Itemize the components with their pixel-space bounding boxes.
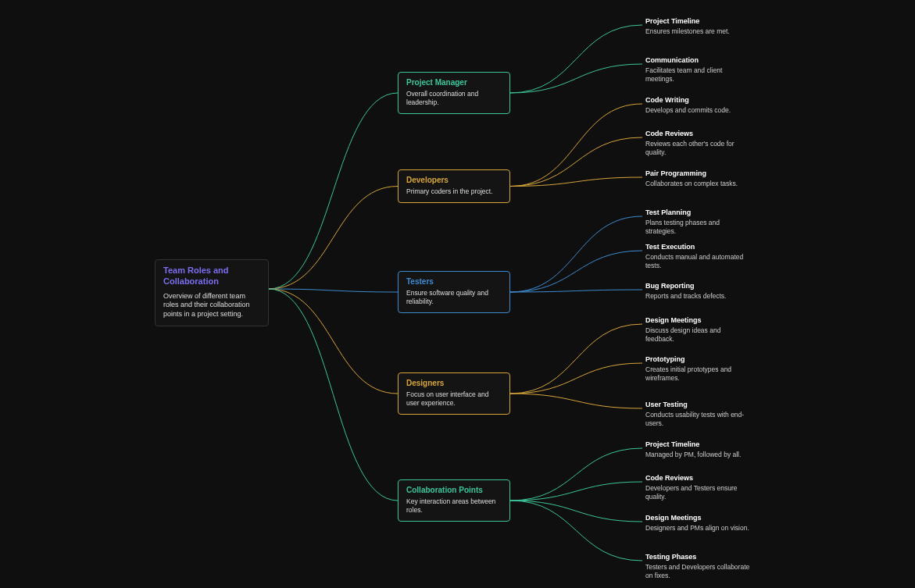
branch-desc: Focus on user interface and user experie… xyxy=(406,390,502,408)
mindmap-canvas[interactable]: Team Roles and Collaboration Overview of… xyxy=(0,0,915,588)
leaf-title: Design Meetings xyxy=(645,316,750,324)
leaf-node[interactable]: Project Timeline Managed by PM, followed… xyxy=(645,440,750,459)
leaf-title: Code Reviews xyxy=(645,474,750,482)
leaf-desc: Collaborates on complex tasks. xyxy=(645,180,750,188)
leaf-title: Testing Phases xyxy=(645,553,750,561)
leaf-node[interactable]: Design Meetings Discuss design ideas and… xyxy=(645,316,750,344)
leaf-title: Test Planning xyxy=(645,208,750,216)
leaf-desc: Developers and Testers ensure quality. xyxy=(645,484,750,501)
leaf-desc: Conducts manual and automated tests. xyxy=(645,253,750,270)
leaf-desc: Creates initial prototypes and wireframe… xyxy=(645,365,750,383)
leaf-title: Pair Programming xyxy=(645,169,750,177)
leaf-node[interactable]: Project Timeline Ensures milestones are … xyxy=(645,17,750,36)
leaf-title: Project Timeline xyxy=(645,440,750,448)
root-node[interactable]: Team Roles and Collaboration Overview of… xyxy=(155,259,269,326)
leaf-desc: Managed by PM, followed by all. xyxy=(645,451,750,459)
branch-title: Developers xyxy=(406,176,502,184)
leaf-title: Test Execution xyxy=(645,243,750,251)
branch-title: Designers xyxy=(406,379,502,387)
leaf-node[interactable]: Test Execution Conducts manual and autom… xyxy=(645,243,750,270)
leaf-desc: Reports and tracks defects. xyxy=(645,292,750,301)
root-title: Team Roles and Collaboration xyxy=(163,265,260,287)
branch-desc: Overall coordination and leadership. xyxy=(406,90,502,107)
branch-node[interactable]: Project Manager Overall coordination and… xyxy=(398,72,510,114)
leaf-title: Prototyping xyxy=(645,355,750,363)
branch-desc: Ensure software quality and reliability. xyxy=(406,289,502,306)
branch-node[interactable]: Collaboration Points Key interaction are… xyxy=(398,479,510,522)
root-desc: Overview of different team roles and the… xyxy=(163,292,260,319)
leaf-node[interactable]: Test Planning Plans testing phases and s… xyxy=(645,208,750,236)
leaf-title: Design Meetings xyxy=(645,514,750,522)
leaf-node[interactable]: Design Meetings Designers and PMs align … xyxy=(645,514,750,533)
leaf-desc: Facilitates team and client meetings. xyxy=(645,66,750,84)
branch-title: Project Manager xyxy=(406,78,502,87)
leaf-node[interactable]: Code Reviews Reviews each other's code f… xyxy=(645,130,750,157)
leaf-node[interactable]: Prototyping Creates initial prototypes a… xyxy=(645,355,750,383)
leaf-node[interactable]: Communication Facilitates team and clien… xyxy=(645,56,750,84)
leaf-desc: Ensures milestones are met. xyxy=(645,27,750,36)
leaf-title: Communication xyxy=(645,56,750,64)
leaf-desc: Reviews each other's code for quality. xyxy=(645,140,750,157)
leaf-node[interactable]: User Testing Conducts usability tests wi… xyxy=(645,401,750,428)
leaf-title: Code Writing xyxy=(645,96,750,104)
leaf-title: User Testing xyxy=(645,401,750,408)
leaf-desc: Designers and PMs align on vision. xyxy=(645,524,750,533)
branch-desc: Primary coders in the project. xyxy=(406,187,502,196)
leaf-node[interactable]: Code Writing Develops and commits code. xyxy=(645,96,750,115)
leaf-title: Project Timeline xyxy=(645,17,750,25)
leaf-desc: Discuss design ideas and feedback. xyxy=(645,326,750,344)
leaf-title: Code Reviews xyxy=(645,130,750,137)
branch-node[interactable]: Designers Focus on user interface and us… xyxy=(398,372,510,415)
leaf-desc: Conducts usability tests with end-users. xyxy=(645,411,750,428)
leaf-node[interactable]: Bug Reporting Reports and tracks defects… xyxy=(645,282,750,301)
leaf-desc: Testers and Developers collaborate on fi… xyxy=(645,563,750,580)
branch-title: Testers xyxy=(406,277,502,286)
leaf-title: Bug Reporting xyxy=(645,282,750,290)
leaf-desc: Plans testing phases and strategies. xyxy=(645,219,750,236)
leaf-node[interactable]: Code Reviews Developers and Testers ensu… xyxy=(645,474,750,501)
branch-node[interactable]: Testers Ensure software quality and reli… xyxy=(398,271,510,313)
branch-desc: Key interaction areas between roles. xyxy=(406,497,502,515)
leaf-desc: Develops and commits code. xyxy=(645,106,750,115)
leaf-node[interactable]: Pair Programming Collaborates on complex… xyxy=(645,169,750,188)
leaf-node[interactable]: Testing Phases Testers and Developers co… xyxy=(645,553,750,580)
branch-node[interactable]: Developers Primary coders in the project… xyxy=(398,169,510,203)
branch-title: Collaboration Points xyxy=(406,486,502,494)
